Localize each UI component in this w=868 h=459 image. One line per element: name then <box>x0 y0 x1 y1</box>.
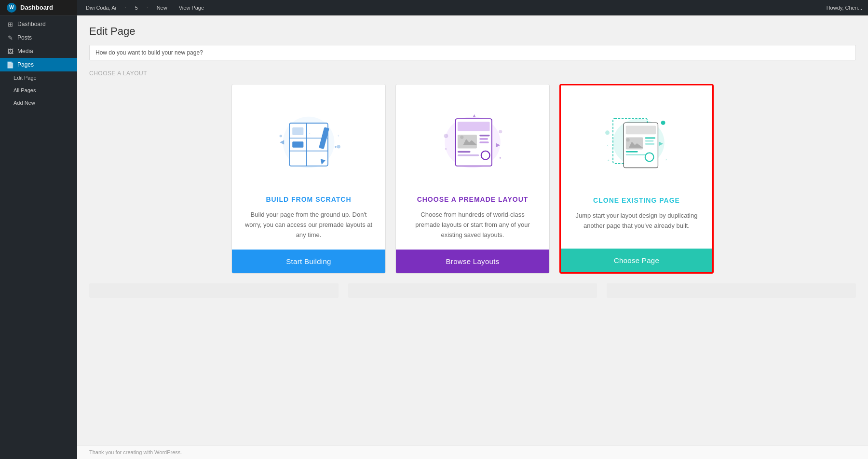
card-title-3: CLONE EXISTING PAGE <box>593 196 680 204</box>
svg-rect-19 <box>458 122 490 131</box>
page-content: Edit Page How do you want to build your … <box>77 15 868 445</box>
svg-point-49 <box>661 121 665 125</box>
card-description-1: Build your page from the ground up. Don'… <box>244 210 373 240</box>
start-building-button[interactable]: Start Building <box>232 250 385 273</box>
topbar-view-page[interactable]: View Page <box>176 4 207 12</box>
spacer-item <box>348 283 597 298</box>
sidebar-item-pages[interactable]: 📄 Pages <box>0 58 77 71</box>
card-premade-layout: ▶ × ● ▲ CHOOSE A PREMADE LAYOUT Choose f… <box>395 84 550 274</box>
page-title: Edit Page <box>89 25 856 38</box>
card-footer-2: Browse Layouts <box>396 250 549 273</box>
svg-point-30 <box>499 130 502 133</box>
wp-icon: W <box>7 3 16 13</box>
top-bar: Divi Coda, Ai · 5 · New View Page Howdy,… <box>77 0 868 15</box>
svg-text:×: × <box>665 158 667 162</box>
sidebar-nav-group: ⊞ Dashboard ✎ Posts 🖼 Media 📄 Pages Edit… <box>0 15 77 111</box>
footer-text: Thank you for creating with WordPress. <box>89 449 182 455</box>
sidebar-item-posts[interactable]: ✎ Posts <box>0 31 77 44</box>
svg-text:⬩: ⬩ <box>328 126 330 130</box>
svg-point-29 <box>444 134 448 138</box>
svg-point-41 <box>626 138 630 141</box>
svg-text:●: ● <box>334 144 337 149</box>
card-body-2: ▶ × ● ▲ CHOOSE A PREMADE LAYOUT Choose f… <box>396 84 549 250</box>
card-title-1: BUILD FROM SCRATCH <box>266 195 351 203</box>
spacer-item <box>607 283 856 298</box>
svg-text:×: × <box>445 147 447 151</box>
topbar-new[interactable]: New <box>154 4 170 12</box>
svg-point-10 <box>337 145 340 148</box>
sidebar-item-label: Edit Page <box>14 75 37 81</box>
svg-text:◀: ◀ <box>280 139 285 145</box>
sidebar-item-label: Pages <box>17 61 34 68</box>
card-illustration-3: ▶ × × ● <box>588 100 685 187</box>
card-body-1: ◀ ● + × ⬩ BUILD FROM SCRATCH Build your … <box>232 84 385 250</box>
card-illustration-2: ▶ × ● ▲ <box>424 99 521 186</box>
svg-rect-6 <box>292 127 303 135</box>
sidebar-item-label: Media <box>17 48 33 55</box>
svg-point-48 <box>605 130 610 135</box>
card-clone-existing: ▶ × × ● CLONE EXISTING PAGE Jump start y… <box>559 84 714 274</box>
pages-icon: 📄 <box>7 61 14 68</box>
svg-point-11 <box>280 135 282 137</box>
svg-rect-45 <box>626 151 638 153</box>
main-area: Divi Coda, Ai · 5 · New View Page Howdy,… <box>77 0 868 459</box>
svg-text:▲: ▲ <box>472 112 477 118</box>
sidebar-item-media[interactable]: 🖼 Media <box>0 44 77 58</box>
page-footer: Thank you for creating with WordPress. <box>77 445 868 459</box>
card-footer-1: Start Building <box>232 250 385 273</box>
options-label: Choose a Layout <box>89 70 856 77</box>
svg-rect-46 <box>626 154 646 155</box>
svg-rect-25 <box>479 141 489 143</box>
svg-text:●: ● <box>499 156 501 160</box>
sidebar-item-label: Add New <box>14 100 35 106</box>
below-content <box>89 283 856 298</box>
edit-bar-text: How do you want to build your new page? <box>95 49 203 56</box>
card-body-3: ▶ × × ● CLONE EXISTING PAGE Jump start y… <box>561 85 712 249</box>
svg-text:▶: ▶ <box>659 140 664 147</box>
svg-rect-27 <box>458 154 479 156</box>
svg-rect-24 <box>479 138 488 140</box>
card-footer-3: Choose Page <box>561 249 712 272</box>
svg-text:+: + <box>338 134 339 138</box>
dashboard-icon: ⊞ <box>7 21 14 28</box>
choose-page-button[interactable]: Choose Page <box>561 249 712 272</box>
topbar-site-name[interactable]: Divi Coda, Ai <box>83 4 119 12</box>
media-icon: 🖼 <box>7 48 14 55</box>
svg-rect-23 <box>479 135 489 137</box>
svg-text:×: × <box>309 132 311 136</box>
card-description-3: Jump start your layout design by duplica… <box>573 211 700 239</box>
card-build-from-scratch: ◀ ● + × ⬩ BUILD FROM SCRATCH Build your … <box>231 84 386 274</box>
sidebar-item-dashboard[interactable]: ⊞ Dashboard <box>0 17 77 31</box>
sidebar-logo-text: Dashboard <box>20 4 53 11</box>
sidebar-item-edit-page[interactable]: Edit Page <box>0 71 77 84</box>
sidebar-item-label: Posts <box>17 34 32 41</box>
browse-layouts-button[interactable]: Browse Layouts <box>396 250 549 273</box>
card-title-2: CHOOSE A PREMADE LAYOUT <box>417 195 529 203</box>
card-illustration-1: ◀ ● + × ⬩ <box>260 99 357 186</box>
sidebar-logo: W Dashboard <box>0 0 77 15</box>
topbar-user: Howdy, Cheri... <box>827 5 862 11</box>
card-description-2: Choose from hundreds of world-class prem… <box>408 210 537 240</box>
svg-text:×: × <box>607 144 609 148</box>
sidebar-item-label: All Pages <box>14 87 36 93</box>
cards-container: ◀ ● + × ⬩ BUILD FROM SCRATCH Build your … <box>207 84 738 274</box>
sidebar-item-label: Dashboard <box>17 21 46 28</box>
svg-rect-5 <box>292 141 303 147</box>
edit-bar: How do you want to build your new page? <box>89 45 856 60</box>
svg-rect-43 <box>645 140 654 142</box>
sidebar: W Dashboard ⊞ Dashboard ✎ Posts 🖼 Media … <box>0 0 77 459</box>
svg-rect-44 <box>645 143 655 145</box>
sidebar-item-all-pages[interactable]: All Pages <box>0 84 77 97</box>
topbar-comments[interactable]: 5 <box>132 4 141 12</box>
sidebar-item-add-new[interactable]: Add New <box>0 97 77 109</box>
svg-rect-26 <box>458 151 471 153</box>
svg-text:●: ● <box>608 158 610 162</box>
svg-rect-42 <box>645 138 655 139</box>
svg-rect-38 <box>626 126 656 135</box>
svg-point-22 <box>460 136 463 139</box>
spacer-item <box>89 283 339 298</box>
posts-icon: ✎ <box>7 34 14 41</box>
svg-text:▶: ▶ <box>496 141 501 148</box>
